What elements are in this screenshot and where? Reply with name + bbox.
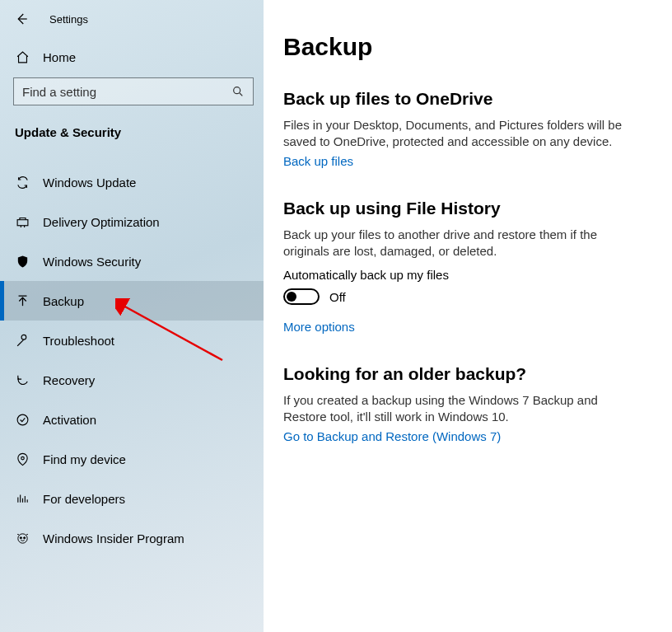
sidebar-item-windows-insider[interactable]: Windows Insider Program <box>0 518 264 558</box>
back-button[interactable] <box>12 9 31 29</box>
content-pane: Backup Back up files to OneDrive Files i… <box>264 0 672 632</box>
sidebar-item-label: Windows Security <box>43 255 141 269</box>
insider-icon <box>15 531 30 545</box>
delivery-icon <box>15 215 30 229</box>
svg-point-6 <box>23 536 25 538</box>
link-more-options[interactable]: More options <box>283 320 355 334</box>
svg-point-4 <box>17 533 26 542</box>
sidebar-item-for-developers[interactable]: For developers <box>0 479 264 518</box>
search-input[interactable] <box>22 85 231 99</box>
sidebar-section-label: Update & Security <box>0 105 264 147</box>
section-title-older: Looking for an older backup? <box>283 364 642 384</box>
app-title: Settings <box>49 13 88 26</box>
sidebar-item-recovery[interactable]: Recovery <box>0 360 264 400</box>
sync-icon <box>15 176 30 190</box>
recovery-icon <box>15 373 30 387</box>
link-backup-restore-win7[interactable]: Go to Backup and Restore (Windows 7) <box>283 429 501 443</box>
section-title-file-history: Back up using File History <box>283 199 642 218</box>
back-arrow-icon <box>14 12 29 26</box>
location-icon <box>15 452 30 466</box>
home-icon <box>15 50 30 64</box>
link-backup-files[interactable]: Back up files <box>283 154 353 168</box>
section-desc-older: If you created a backup using the Window… <box>283 392 642 426</box>
page-title: Backup <box>283 33 642 61</box>
sidebar-item-label: Find my device <box>43 452 126 466</box>
sidebar-item-windows-update[interactable]: Windows Update <box>0 162 264 202</box>
toggle-auto-backup[interactable] <box>283 288 320 305</box>
section-title-onedrive: Back up files to OneDrive <box>283 89 642 109</box>
wrench-icon <box>15 334 30 348</box>
check-circle-icon <box>15 413 30 427</box>
sidebar-nav: Windows Update Delivery Optimization Win… <box>0 162 264 558</box>
sidebar-item-label: Recovery <box>43 373 95 387</box>
sidebar-item-label: Troubleshoot <box>43 334 114 348</box>
sidebar-item-label: Windows Update <box>43 176 136 190</box>
sidebar-item-windows-security[interactable]: Windows Security <box>0 241 264 281</box>
developers-icon <box>15 492 30 506</box>
section-desc-onedrive: Files in your Desktop, Documents, and Pi… <box>283 117 642 151</box>
sidebar-item-troubleshoot[interactable]: Troubleshoot <box>0 321 264 360</box>
backup-icon <box>15 294 30 308</box>
section-desc-file-history: Back up your files to another drive and … <box>283 227 642 260</box>
sidebar-item-delivery-optimization[interactable]: Delivery Optimization <box>0 202 264 241</box>
svg-point-3 <box>21 456 24 460</box>
sidebar-item-label: Backup <box>43 294 84 308</box>
section-onedrive: Back up files to OneDrive Files in your … <box>283 89 642 169</box>
sidebar-item-find-my-device[interactable]: Find my device <box>0 439 264 479</box>
svg-point-5 <box>20 536 21 538</box>
sidebar-item-label: Windows Insider Program <box>43 531 184 545</box>
toggle-knob <box>287 292 296 302</box>
svg-point-0 <box>234 87 240 94</box>
toggle-label-auto-backup: Automatically back up my files <box>283 268 642 282</box>
toggle-state-label: Off <box>329 290 346 304</box>
shield-icon <box>15 255 30 269</box>
search-icon <box>231 85 245 98</box>
section-file-history: Back up using File History Back up your … <box>283 199 642 335</box>
sidebar-item-activation[interactable]: Activation <box>0 400 264 439</box>
sidebar-item-backup[interactable]: Backup <box>0 281 264 321</box>
section-older-backup: Looking for an older backup? If you crea… <box>283 364 642 444</box>
sidebar-item-label: For developers <box>43 492 125 506</box>
search-box[interactable] <box>13 77 254 105</box>
sidebar-item-label: Activation <box>43 413 96 427</box>
svg-point-2 <box>17 414 28 425</box>
sidebar-item-label: Delivery Optimization <box>43 215 160 229</box>
sidebar-item-home[interactable]: Home <box>0 38 264 76</box>
sidebar: Settings Home Update & Security Wind <box>0 0 264 632</box>
svg-rect-1 <box>17 219 28 225</box>
home-label: Home <box>43 50 76 64</box>
